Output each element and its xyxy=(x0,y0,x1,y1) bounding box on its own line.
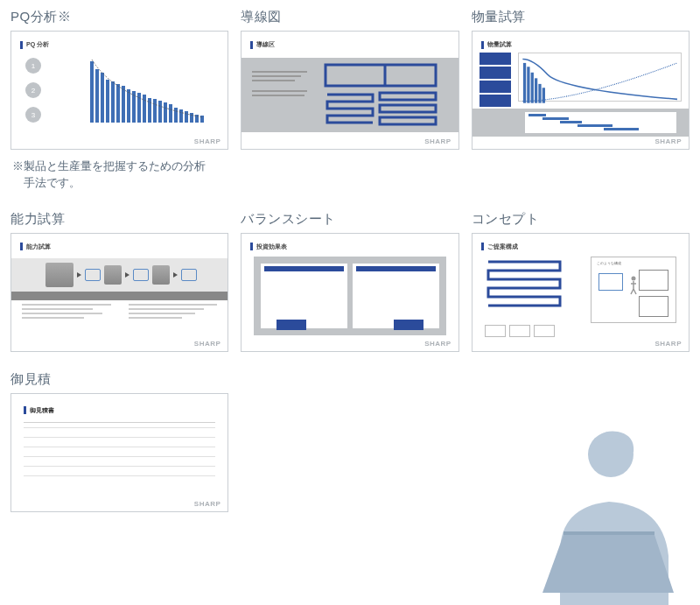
card-estimate: 御見積 御見積書 SHARP xyxy=(10,371,228,512)
concept-route-icon xyxy=(485,258,564,307)
brand-logo: SHARP xyxy=(194,340,221,348)
concept-bottom-boxes xyxy=(485,325,555,337)
balance-buttons xyxy=(276,320,423,330)
brand-logo: SHARP xyxy=(654,340,682,348)
table-right xyxy=(353,264,439,328)
card-pq-analysis: PQ分析※ PQ 分析 1 2 3 SHARP ※製品と生産量を把握するための分… xyxy=(10,9,228,192)
card-thumbnail[interactable]: ご提案構成 このような構成 SHARP xyxy=(472,233,690,352)
brand-logo: SHARP xyxy=(654,137,682,145)
card-thumbnail[interactable]: 能力試算 SHARP xyxy=(10,233,228,352)
svg-rect-1 xyxy=(380,93,436,100)
card-capacity-calc: 能力試算 能力試算 SHARP xyxy=(10,211,228,352)
capacity-text xyxy=(22,304,217,321)
cart-icon xyxy=(85,269,101,281)
pq-pareto-curve xyxy=(90,56,204,123)
brand-logo: SHARP xyxy=(194,137,221,145)
thumb-title: 御見積書 xyxy=(24,406,54,415)
cart-icon xyxy=(181,269,197,281)
flowline-text xyxy=(252,71,313,99)
card-thumbnail[interactable]: 投資効果表 SHARP xyxy=(241,233,458,352)
brand-logo: SHARP xyxy=(424,340,452,348)
flowline-diagram-icon xyxy=(324,63,438,126)
machine-icon xyxy=(104,265,122,285)
brand-logo: SHARP xyxy=(194,500,221,508)
step-1: 1 xyxy=(25,58,41,74)
estimate-lines xyxy=(24,427,215,485)
card-balance-sheet: バランスシート 投資効果表 SHARP xyxy=(241,211,458,352)
cart-icon xyxy=(133,269,149,281)
capacity-flow-diagram xyxy=(32,262,210,288)
card-title: バランスシート xyxy=(241,211,458,228)
thumb-title: 物量試算 xyxy=(481,40,512,49)
card-title: コンセプト xyxy=(472,211,690,228)
pq-step-circles: 1 2 3 xyxy=(25,58,41,123)
volume-labels xyxy=(480,53,511,107)
thumb-title: 能力試算 xyxy=(20,243,51,251)
thumb-title: ご提案構成 xyxy=(481,243,518,251)
card-thumbnail[interactable]: 導線区 SHARP xyxy=(241,31,458,150)
thumb-title: 投資効果表 xyxy=(250,243,287,251)
card-thumbnail[interactable]: PQ 分析 1 2 3 SHARP xyxy=(10,31,228,150)
person-laptop-icon xyxy=(495,404,696,605)
volume-chart xyxy=(518,53,682,102)
card-title: PQ分析※ xyxy=(10,9,228,25)
step-2: 2 xyxy=(25,82,41,98)
card-concept: コンセプト ご提案構成 このような構成 SHA xyxy=(472,211,690,352)
svg-rect-3 xyxy=(380,117,436,124)
card-title: 導線図 xyxy=(241,9,458,25)
card-title: 能力試算 xyxy=(10,211,228,228)
thumb-title: 導線区 xyxy=(250,40,275,49)
svg-rect-0 xyxy=(326,65,436,86)
card-flowline: 導線図 導線区 SHARP xyxy=(241,9,458,192)
machine-icon xyxy=(152,265,170,285)
arrow-icon xyxy=(125,272,130,278)
svg-rect-2 xyxy=(380,105,436,112)
concept-detail-box: このような構成 xyxy=(591,257,676,323)
step-3: 3 xyxy=(25,107,41,123)
card-title: 物量試算 xyxy=(472,9,690,25)
volume-gantt xyxy=(525,112,676,133)
pq-footnote: ※製品と生産量を把握するための分析 手法です。 xyxy=(10,158,228,192)
card-title: 御見積 xyxy=(10,371,228,388)
arrow-icon xyxy=(77,272,81,278)
arrow-icon xyxy=(173,272,178,278)
table-left xyxy=(261,264,347,328)
card-thumbnail[interactable]: 御見積書 SHARP xyxy=(10,393,228,512)
card-volume-calc: 物量試算 物量試算 xyxy=(472,9,690,192)
thumb-title: PQ 分析 xyxy=(20,40,49,49)
card-thumbnail[interactable]: 物量試算 xyxy=(472,31,690,150)
brand-logo: SHARP xyxy=(424,137,452,145)
machine-icon xyxy=(46,263,74,287)
svg-point-10 xyxy=(631,276,635,280)
